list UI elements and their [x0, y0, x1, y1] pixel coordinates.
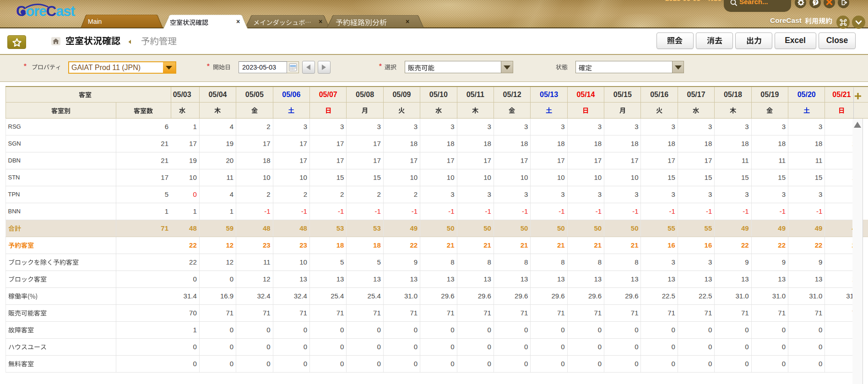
svg-text:?: ?: [814, 0, 817, 5]
